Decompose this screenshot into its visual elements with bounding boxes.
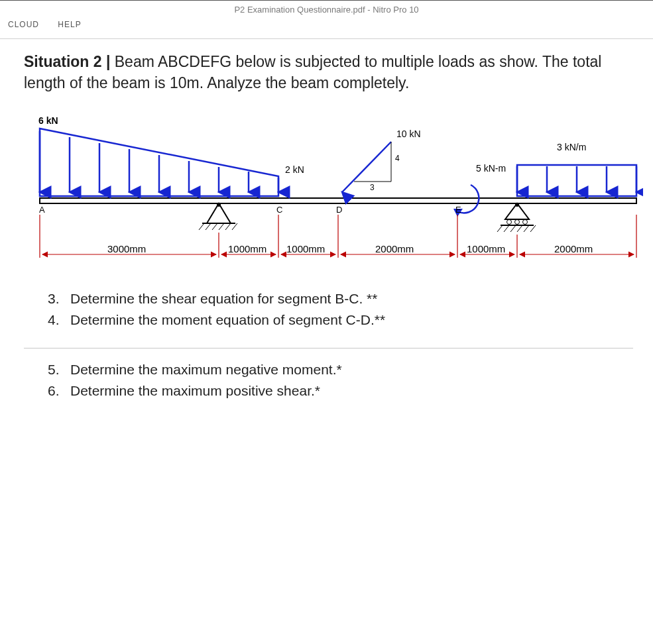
- svg-line-21: [219, 223, 224, 230]
- node-A: A: [39, 205, 45, 215]
- svg-point-27: [523, 220, 528, 225]
- menu-help[interactable]: HELP: [58, 20, 81, 29]
- question-6: 6. Determine the maximum positive shear.…: [48, 383, 633, 399]
- q4-num: 4.: [48, 312, 70, 328]
- svg-line-29: [497, 225, 503, 232]
- svg-point-25: [507, 220, 512, 225]
- dim-5: 1000mm: [467, 243, 505, 254]
- inclined-point-load: 10 kN 4 3: [342, 129, 421, 192]
- svg-point-16: [217, 203, 221, 207]
- node-C: C: [276, 205, 282, 215]
- question-3: 3. Determine the shear equation for segm…: [48, 291, 633, 307]
- dim-1: 3000mm: [107, 243, 146, 254]
- pin-support-B: [199, 203, 237, 230]
- situation-text: Situation 2 | Beam ABCDEFG below is subj…: [24, 51, 633, 93]
- page-separator: [24, 348, 633, 349]
- dim-4: 2000mm: [375, 243, 414, 254]
- svg-line-19: [206, 223, 211, 230]
- situation-label: Situation 2 |: [24, 53, 115, 70]
- q3-num: 3.: [48, 291, 70, 307]
- q5-num: 5.: [48, 362, 70, 378]
- q3-text: Determine the shear equation for segment…: [70, 291, 377, 307]
- svg-line-30: [504, 225, 509, 232]
- q6-text: Determine the maximum positive shear.*: [70, 383, 320, 399]
- menubar: CLOUD HELP: [0, 17, 653, 39]
- svg-line-22: [225, 223, 231, 230]
- svg-line-31: [510, 225, 516, 232]
- dim-2: 1000mm: [228, 243, 267, 254]
- question-list-bottom: 5. Determine the maximum negative moment…: [48, 362, 633, 399]
- svg-line-18: [199, 223, 204, 230]
- svg-line-34: [530, 225, 536, 232]
- svg-line-33: [524, 225, 529, 232]
- node-D: D: [336, 205, 342, 215]
- question-4: 4. Determine the moment equation of segm…: [48, 312, 633, 328]
- menu-cloud[interactable]: CLOUD: [8, 20, 39, 29]
- svg-line-32: [517, 225, 522, 232]
- svg-line-23: [232, 223, 237, 230]
- slope-run: 3: [370, 183, 375, 192]
- dim-6: 2000mm: [554, 243, 593, 254]
- svg-point-26: [515, 220, 520, 225]
- load-10kn-label: 10 kN: [396, 129, 421, 139]
- question-list-top: 3. Determine the shear equation for segm…: [48, 291, 633, 328]
- triangular-load: 6 kN 2 kN: [38, 115, 304, 196]
- dimension-labels: 3000mm 1000mm 1000mm 2000mm 1000mm 2000m…: [107, 243, 593, 254]
- dim-3: 1000mm: [286, 243, 325, 254]
- beam-body: [40, 198, 636, 203]
- moment-load: 5 kN-m: [453, 163, 506, 217]
- beam-diagram: 6 kN 2 kN 10 kN 4 3 5 kN-m: [33, 105, 643, 278]
- svg-line-9: [342, 142, 391, 192]
- svg-point-24: [515, 203, 519, 207]
- svg-line-20: [212, 223, 217, 230]
- load-6kn-label: 6 kN: [38, 115, 58, 126]
- document-page: Situation 2 | Beam ABCDEFG below is subj…: [0, 39, 653, 424]
- load-2kn-label: 2 kN: [285, 164, 304, 175]
- slope-rise: 4: [395, 154, 400, 163]
- question-5: 5. Determine the maximum negative moment…: [48, 362, 633, 378]
- q4-text: Determine the moment equation of segment…: [70, 312, 385, 328]
- node-E: E: [455, 205, 461, 215]
- roller-support-F: [497, 203, 536, 232]
- udl-load: 3 kN/m: [517, 142, 636, 196]
- q5-text: Determine the maximum negative moment.*: [70, 362, 342, 378]
- q6-num: 6.: [48, 383, 70, 399]
- udl-label: 3 kN/m: [557, 142, 586, 152]
- moment-label: 5 kN-m: [476, 163, 506, 174]
- window-title: P2 Examination Questionnaire.pdf - Nitro…: [0, 0, 653, 17]
